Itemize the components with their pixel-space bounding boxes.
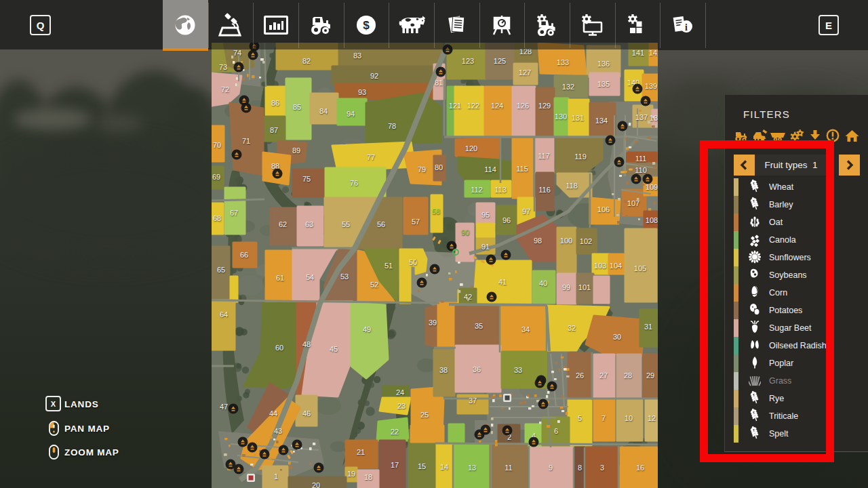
svg-text:18: 18 xyxy=(364,473,372,481)
svg-text:46: 46 xyxy=(302,409,311,418)
svg-text:38: 38 xyxy=(439,366,448,374)
svg-text:134: 134 xyxy=(595,117,608,125)
svg-text:106: 106 xyxy=(597,205,610,214)
svg-text:73: 73 xyxy=(219,63,227,71)
svg-text:26: 26 xyxy=(576,371,584,380)
svg-text:81: 81 xyxy=(435,79,443,87)
svg-text:8: 8 xyxy=(578,464,582,472)
svg-text:121: 121 xyxy=(449,102,461,110)
svg-text:54: 54 xyxy=(306,273,314,281)
svg-text:21: 21 xyxy=(357,448,365,456)
svg-text:131: 131 xyxy=(572,114,584,122)
svg-text:119: 119 xyxy=(574,152,587,161)
svg-text:86: 86 xyxy=(271,99,279,107)
svg-text:67: 67 xyxy=(230,209,238,217)
svg-text:1: 1 xyxy=(274,472,278,481)
svg-text:89: 89 xyxy=(292,146,300,155)
svg-text:117: 117 xyxy=(538,152,550,160)
svg-text:28: 28 xyxy=(624,371,632,380)
svg-text:14: 14 xyxy=(440,463,448,471)
svg-text:37: 37 xyxy=(469,396,477,405)
svg-text:$: $ xyxy=(363,19,370,32)
svg-text:120: 120 xyxy=(465,144,477,152)
svg-text:43: 43 xyxy=(274,427,282,435)
svg-text:44: 44 xyxy=(269,409,277,418)
svg-text:13: 13 xyxy=(468,464,476,472)
svg-text:49: 49 xyxy=(363,325,371,333)
svg-text:112: 112 xyxy=(471,186,483,194)
svg-text:85: 85 xyxy=(293,103,301,111)
svg-text:42: 42 xyxy=(464,293,472,301)
svg-text:10: 10 xyxy=(625,414,633,422)
svg-text:17: 17 xyxy=(391,461,399,469)
svg-text:52: 52 xyxy=(370,281,378,289)
svg-text:27: 27 xyxy=(599,371,608,380)
svg-text:29: 29 xyxy=(646,371,654,380)
svg-text:56: 56 xyxy=(377,220,385,228)
svg-text:57: 57 xyxy=(412,218,420,226)
svg-text:7: 7 xyxy=(601,414,606,422)
svg-text:36: 36 xyxy=(473,365,481,373)
svg-text:22: 22 xyxy=(391,428,399,436)
svg-text:138: 138 xyxy=(650,114,658,122)
svg-text:99: 99 xyxy=(562,283,570,291)
svg-text:5: 5 xyxy=(578,414,582,422)
svg-text:124: 124 xyxy=(491,102,503,110)
svg-text:114: 114 xyxy=(484,165,496,174)
svg-text:70: 70 xyxy=(213,141,221,149)
svg-text:32: 32 xyxy=(568,324,576,332)
svg-text:45: 45 xyxy=(330,345,338,353)
svg-text:95: 95 xyxy=(481,211,490,219)
svg-text:87: 87 xyxy=(270,126,278,134)
svg-text:11: 11 xyxy=(505,464,512,472)
svg-text:31: 31 xyxy=(644,323,652,331)
svg-text:118: 118 xyxy=(566,182,578,190)
svg-text:63: 63 xyxy=(305,220,313,228)
svg-text:82: 82 xyxy=(302,57,311,65)
svg-text:91: 91 xyxy=(481,243,490,251)
svg-text:107: 107 xyxy=(627,199,639,207)
svg-text:50: 50 xyxy=(409,258,417,266)
svg-text:62: 62 xyxy=(279,220,287,228)
svg-text:104: 104 xyxy=(610,262,622,270)
svg-text:103: 103 xyxy=(594,262,606,270)
svg-text:16: 16 xyxy=(636,464,644,472)
svg-text:116: 116 xyxy=(538,186,551,194)
svg-text:97: 97 xyxy=(522,207,530,216)
svg-text:108: 108 xyxy=(646,216,658,224)
svg-text:61: 61 xyxy=(276,274,284,282)
svg-text:83: 83 xyxy=(353,52,361,60)
svg-text:60: 60 xyxy=(275,344,283,352)
svg-text:113: 113 xyxy=(494,186,507,194)
svg-text:47: 47 xyxy=(220,403,228,411)
svg-text:19: 19 xyxy=(347,470,355,478)
svg-text:125: 125 xyxy=(494,57,506,65)
svg-text:141: 141 xyxy=(632,49,644,57)
svg-text:72: 72 xyxy=(221,85,229,94)
svg-text:111: 111 xyxy=(635,155,647,163)
svg-text:126: 126 xyxy=(517,102,529,110)
svg-text:41: 41 xyxy=(498,278,507,286)
svg-text:40: 40 xyxy=(539,279,547,287)
svg-text:110: 110 xyxy=(635,166,647,174)
svg-text:55: 55 xyxy=(342,220,350,228)
svg-text:68: 68 xyxy=(213,214,221,222)
svg-text:76: 76 xyxy=(350,179,358,187)
svg-text:142: 142 xyxy=(649,49,658,57)
svg-text:80: 80 xyxy=(435,163,443,171)
svg-text:33: 33 xyxy=(514,366,522,374)
svg-text:23: 23 xyxy=(397,402,406,410)
svg-text:123: 123 xyxy=(462,57,474,65)
svg-text:51: 51 xyxy=(384,262,393,270)
svg-text:93: 93 xyxy=(358,88,366,96)
svg-text:102: 102 xyxy=(580,237,592,245)
svg-text:132: 132 xyxy=(562,83,574,91)
svg-text:15: 15 xyxy=(418,462,426,470)
svg-text:100: 100 xyxy=(560,237,572,245)
svg-text:98: 98 xyxy=(534,237,542,245)
svg-text:78: 78 xyxy=(388,122,396,130)
svg-text:92: 92 xyxy=(370,72,378,80)
svg-text:127: 127 xyxy=(519,68,531,77)
svg-text:58: 58 xyxy=(432,207,440,216)
svg-text:53: 53 xyxy=(340,272,349,281)
